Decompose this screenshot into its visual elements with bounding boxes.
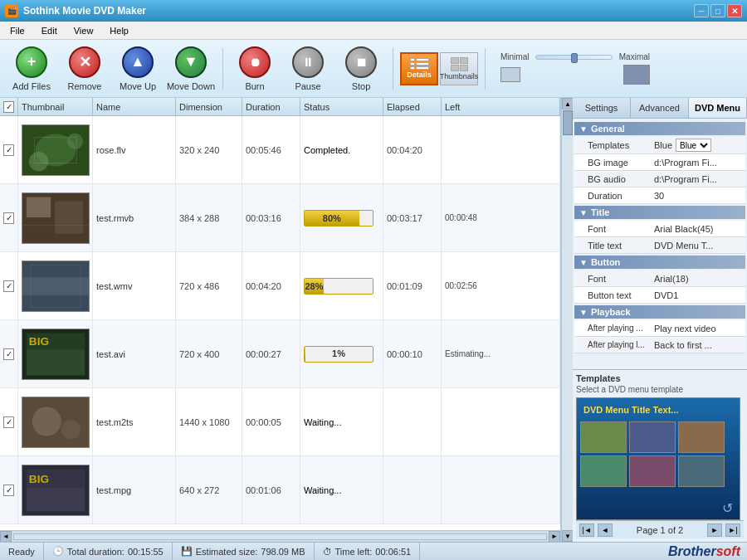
collapse-general-icon[interactable]: ▼ <box>579 124 588 134</box>
add-files-button[interactable]: + Add Files <box>7 44 56 94</box>
menu-file[interactable]: File <box>3 24 32 37</box>
thumbnail-6: BIG <box>22 465 90 516</box>
prop-templates-value[interactable]: Blue Blue <box>654 139 742 152</box>
col-header-status[interactable]: Status <box>300 98 383 115</box>
row-check-4[interactable] <box>0 320 18 387</box>
details-view-button[interactable]: Details <box>400 52 438 85</box>
tab-settings[interactable]: Settings <box>573 98 631 118</box>
scroll-right-button[interactable]: ► <box>549 531 560 543</box>
col-header-name[interactable]: Name <box>93 98 176 115</box>
prop-title-text: Title text DVD Menu T... <box>574 237 745 254</box>
row-check-6[interactable] <box>0 456 18 523</box>
row-check-3[interactable] <box>0 252 18 319</box>
row-check-1[interactable] <box>0 116 18 183</box>
file-list-area: Thumbnail Name Dimension Duration Status… <box>0 98 561 542</box>
table-row[interactable]: rose.flv 320 x 240 00:05:46 Completed. 0… <box>0 116 560 184</box>
table-row[interactable]: test.m2ts 1440 x 1080 00:00:05 Waiting..… <box>0 388 560 456</box>
page-first-button[interactable]: |◄ <box>579 523 594 537</box>
section-general[interactable]: ▼ General <box>574 122 745 135</box>
svg-point-3 <box>66 133 83 149</box>
tpl-thumb-4[interactable] <box>580 455 627 487</box>
status-ready-text: Ready <box>8 547 35 557</box>
row-left-6 <box>442 456 560 523</box>
checkbox-1[interactable] <box>3 144 14 156</box>
remove-button[interactable]: ✕ Remove <box>60 44 110 94</box>
tpl-thumb-2[interactable] <box>629 421 676 453</box>
tpl-thumb-5[interactable] <box>629 455 676 487</box>
collapse-button-icon[interactable]: ▼ <box>579 258 588 267</box>
collapse-title-icon[interactable]: ▼ <box>579 208 588 217</box>
quality-track[interactable] <box>535 55 612 60</box>
table-row[interactable]: test.rmvb 384 x 288 00:03:16 80% 00:03:1… <box>0 184 560 252</box>
row-check-5[interactable] <box>0 388 18 455</box>
row-dur-4: 00:00:27 <box>242 320 300 387</box>
collapse-playback-icon[interactable]: ▼ <box>579 308 588 317</box>
page-last-button[interactable]: ►| <box>725 523 740 537</box>
burn-button[interactable]: ⏺ Burn <box>230 44 280 94</box>
checkbox-4[interactable] <box>3 348 14 360</box>
vertical-scrollbar[interactable]: ▲ ▼ <box>561 98 573 542</box>
prop-button-text-label: Button text <box>588 290 654 300</box>
scroll-down-button[interactable]: ▼ <box>562 530 574 542</box>
pause-button[interactable]: ⏸ Pause <box>283 44 333 94</box>
row-name-2: test.rmvb <box>93 184 176 251</box>
row-check-2[interactable] <box>0 184 18 251</box>
checkbox-6[interactable] <box>3 485 14 496</box>
section-button-label: Button <box>591 257 620 267</box>
col-header-check[interactable] <box>0 98 18 115</box>
section-title[interactable]: ▼ Title <box>574 206 745 219</box>
table-row[interactable]: BIG test.mpg 640 x 272 00:01:06 Waiting.… <box>0 456 560 524</box>
minimize-button[interactable]: ─ <box>694 4 709 17</box>
page-next-button[interactable]: ► <box>707 523 722 537</box>
template-arrow[interactable]: ↺ <box>722 500 733 516</box>
tpl-thumb-6[interactable] <box>678 455 725 487</box>
quality-thumb[interactable] <box>571 53 578 63</box>
row-left-1 <box>442 116 560 183</box>
prop-button-text-value: DVD1 <box>654 290 742 300</box>
template-thumbs <box>580 421 736 487</box>
tpl-thumb-1[interactable] <box>580 421 627 453</box>
move-down-button[interactable]: ▼ Move Down <box>166 44 216 94</box>
progress-bar-3: 28% <box>304 278 374 295</box>
section-playback[interactable]: ▼ Playback <box>574 305 745 319</box>
tpl-thumb-3[interactable] <box>678 421 725 453</box>
col-header-elapsed[interactable]: Elapsed <box>383 98 442 115</box>
table-row[interactable]: BIG test.avi 720 x 400 00:00:27 1% <box>0 320 560 388</box>
col-header-thumbnail[interactable]: Thumbnail <box>18 98 93 115</box>
col-header-dimension[interactable]: Dimension <box>176 98 242 115</box>
select-all-checkbox[interactable] <box>3 101 14 113</box>
close-button[interactable]: ✕ <box>727 4 742 17</box>
tab-dvd-menu[interactable]: DVD Menu <box>689 98 747 118</box>
scroll-track-h[interactable] <box>13 533 547 540</box>
move-up-button[interactable]: ▲ Move Up <box>113 44 163 94</box>
tab-advanced[interactable]: Advanced <box>631 98 689 118</box>
page-prev-button[interactable]: ◄ <box>598 523 613 537</box>
maximize-button[interactable]: □ <box>710 4 725 17</box>
section-button[interactable]: ▼ Button <box>574 256 745 269</box>
scroll-thumb-v[interactable] <box>563 110 573 135</box>
horizontal-scrollbar[interactable]: ◄ ► <box>0 530 560 542</box>
move-down-icon: ▼ <box>175 46 207 78</box>
checkbox-3[interactable] <box>3 280 14 292</box>
col-header-duration[interactable]: Duration <box>242 98 300 115</box>
scroll-up-button[interactable]: ▲ <box>562 98 574 110</box>
prop-bg-image: BG image d:\Program Fi... <box>574 154 745 171</box>
table-row[interactable]: test.wmv 720 x 486 00:04:20 28% 00:01:09… <box>0 252 560 320</box>
templates-dropdown[interactable]: Blue <box>676 139 711 152</box>
thumbnails-view-button[interactable]: Thumbnails <box>440 52 478 85</box>
menu-help[interactable]: Help <box>103 24 135 37</box>
template-preview[interactable]: DVD Menu Title Text... ↺ <box>576 397 740 520</box>
prop-button-font: Font Arial(18) <box>574 270 745 287</box>
stop-button[interactable]: ⏹ Stop <box>336 44 386 94</box>
menu-view[interactable]: View <box>67 24 100 37</box>
menu-edit[interactable]: Edit <box>35 24 64 37</box>
scroll-track-v[interactable] <box>562 110 573 530</box>
stop-label: Stop <box>352 81 371 91</box>
view-toggle: Details Thumbnails <box>400 52 478 85</box>
scroll-left-button[interactable]: ◄ <box>0 531 12 543</box>
svg-rect-16 <box>26 349 84 375</box>
pause-label: Pause <box>295 81 320 91</box>
col-header-left[interactable]: Left <box>442 98 560 115</box>
checkbox-2[interactable] <box>3 212 14 224</box>
checkbox-5[interactable] <box>3 416 14 428</box>
